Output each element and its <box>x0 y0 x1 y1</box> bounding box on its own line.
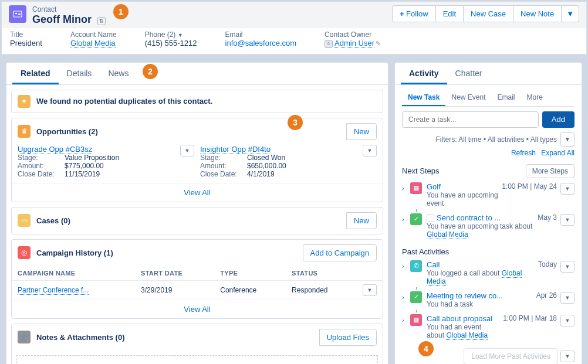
cases-title: Cases (0) <box>36 216 346 225</box>
opportunity-menu-button[interactable]: ▼ <box>363 145 377 157</box>
new-opportunity-button[interactable]: New <box>346 123 377 140</box>
activity-menu-button[interactable]: ▼ <box>560 315 575 326</box>
highlights-panel: TitlePresident Account NameGlobal Media … <box>2 28 586 55</box>
upload-files-button[interactable]: Upload Files <box>319 329 377 346</box>
refresh-link[interactable]: Refresh <box>511 149 536 157</box>
activity-desc: You had an event about Global Media <box>427 323 501 339</box>
subtab-email[interactable]: Email <box>492 90 521 106</box>
filter-settings-button[interactable]: ▼ <box>560 132 575 147</box>
title-label: Title <box>10 30 42 39</box>
opportunity-icon: ♛ <box>18 125 31 138</box>
callout-3: 3 <box>288 115 303 130</box>
more-steps-button[interactable]: More Steps <box>526 164 575 178</box>
tab-related[interactable]: Related <box>12 63 59 84</box>
callout-2: 2 <box>143 64 158 79</box>
campaign-row-menu[interactable]: ▼ <box>363 284 377 296</box>
table-row: Partner Conference f... 3/29/2019 Confer… <box>12 280 383 300</box>
hierarchy-icon[interactable]: ⇅ <box>97 17 106 25</box>
expand-all-link[interactable]: Expand All <box>541 149 575 157</box>
activity-link[interactable]: Golf <box>427 182 441 191</box>
tab-details[interactable]: Details <box>59 63 100 84</box>
related-account-link[interactable]: Global Media <box>446 331 488 340</box>
activity-link[interactable]: Call about proposal <box>427 314 492 323</box>
right-tabs: Activity Chatter <box>395 63 582 85</box>
email-link[interactable]: info@salesforce.com <box>225 39 297 47</box>
activity-menu-button[interactable]: ▼ <box>560 292 575 304</box>
col-type: TYPE <box>214 266 286 281</box>
owner-link[interactable]: Admin User <box>334 39 374 48</box>
opportunity-item: Upgrade Opp #CB3sz ▼ Stage:Value Proposi… <box>18 145 194 178</box>
task-icon: ✓ <box>410 213 422 225</box>
new-case-button[interactable]: New Case <box>464 5 513 22</box>
activity-meta: Apr 26 <box>536 291 557 300</box>
activity-menu-button[interactable]: ▼ <box>560 214 575 226</box>
new-case-related-button[interactable]: New <box>346 212 377 229</box>
edit-button[interactable]: Edit <box>436 5 464 22</box>
upload-dropzone[interactable]: ⤴ Upload Files <box>16 355 378 364</box>
tab-activity[interactable]: Activity <box>401 63 447 84</box>
load-more-menu[interactable]: ▼ <box>560 351 575 362</box>
left-tabs: Related Details News 2 <box>6 63 388 85</box>
event-icon: ▦ <box>410 314 422 326</box>
owner-label: Contact Owner <box>325 30 381 39</box>
duplicates-card: ✶ We found no potential duplicates of th… <box>11 90 383 113</box>
duplicates-icon: ✶ <box>18 95 31 108</box>
campaign-icon: ◎ <box>18 246 31 259</box>
opportunity-link[interactable]: Upgrade Opp #CB3sz <box>18 145 92 154</box>
title-value: President <box>10 39 42 47</box>
next-steps-timeline: › ▦ Golf You have an upcoming event 1:00… <box>395 179 582 244</box>
tab-news[interactable]: News <box>100 63 137 84</box>
svg-rect-3 <box>18 14 21 15</box>
opportunity-item: Insightor Opp #DI4to ▼ Stage:Closed Won … <box>200 145 377 178</box>
task-icon: ✓ <box>410 291 422 303</box>
new-note-button[interactable]: New Note <box>513 5 562 22</box>
call-icon: ✆ <box>410 260 422 272</box>
load-more-button[interactable]: Load More Past Activities <box>464 348 558 364</box>
past-activities-heading: Past Activities <box>402 247 449 256</box>
subtab-new-task[interactable]: New Task <box>402 90 445 106</box>
activity-desc: You logged a call about Global Media <box>427 269 536 285</box>
account-label: Account Name <box>70 30 117 39</box>
subtab-new-event[interactable]: New Event <box>445 90 491 106</box>
activity-menu-button[interactable]: ▼ <box>560 261 575 273</box>
notes-title: Notes & Attachments (0) <box>36 333 319 342</box>
task-checkbox[interactable] <box>427 215 434 222</box>
expand-chevron-icon[interactable]: › <box>402 185 409 192</box>
expand-chevron-icon[interactable]: › <box>402 216 409 223</box>
create-task-input[interactable] <box>402 111 539 128</box>
campaign-viewall-link[interactable]: View All <box>184 305 210 314</box>
campaign-row-link[interactable]: Partner Conference f... <box>18 286 89 295</box>
activity-menu-button[interactable]: ▼ <box>560 183 575 195</box>
expand-chevron-icon[interactable]: › <box>402 263 409 270</box>
activity-meta: May 3 <box>538 213 557 222</box>
opportunity-link[interactable]: Insightor Opp #DI4to <box>200 145 271 154</box>
expand-chevron-icon[interactable]: › <box>402 317 409 324</box>
activity-meta: 1:00 PM | Mar 18 <box>503 314 557 322</box>
record-header: Contact Geoff Minor ⇅ 1 + Follow Edit Ne… <box>2 2 586 28</box>
opportunities-viewall-link[interactable]: View All <box>184 188 210 197</box>
more-actions-button[interactable]: ▼ <box>562 5 579 22</box>
owner-edit-icon[interactable]: ✎ <box>376 40 381 47</box>
activity-link[interactable]: Call <box>427 260 440 269</box>
related-account-link[interactable]: Global Media <box>427 230 468 239</box>
activity-link[interactable]: Send contract to ... <box>437 213 501 222</box>
account-link[interactable]: Global Media <box>70 39 116 48</box>
subtab-more[interactable]: More <box>521 90 549 106</box>
callout-1: 1 <box>113 4 129 19</box>
owner-avatar-icon: ☺ <box>325 40 333 48</box>
col-campaign-name: CAMPAIGN NAME <box>12 266 135 281</box>
campaign-table: CAMPAIGN NAME START DATE TYPE STATUS Par… <box>12 266 383 300</box>
opportunity-menu-button[interactable]: ▼ <box>180 145 194 157</box>
record-name: Geoff Minor <box>32 13 92 25</box>
activity-meta: Today <box>538 260 557 268</box>
tab-chatter[interactable]: Chatter <box>447 63 491 84</box>
expand-chevron-icon[interactable]: › <box>402 294 409 301</box>
activity-desc: You have an upcoming task about Global M… <box>427 222 535 239</box>
follow-button[interactable]: + Follow <box>392 5 436 22</box>
filters-text: Filters: All time • All activities • All… <box>436 135 557 144</box>
activity-link[interactable]: Meeting to review co... <box>427 291 503 300</box>
phone-label: Phone (2) ▼ <box>145 30 197 39</box>
add-task-button[interactable]: Add <box>542 111 575 128</box>
add-to-campaign-button[interactable]: Add to Campaign <box>303 244 377 261</box>
phone-value: (415) 555-1212 <box>145 39 197 47</box>
